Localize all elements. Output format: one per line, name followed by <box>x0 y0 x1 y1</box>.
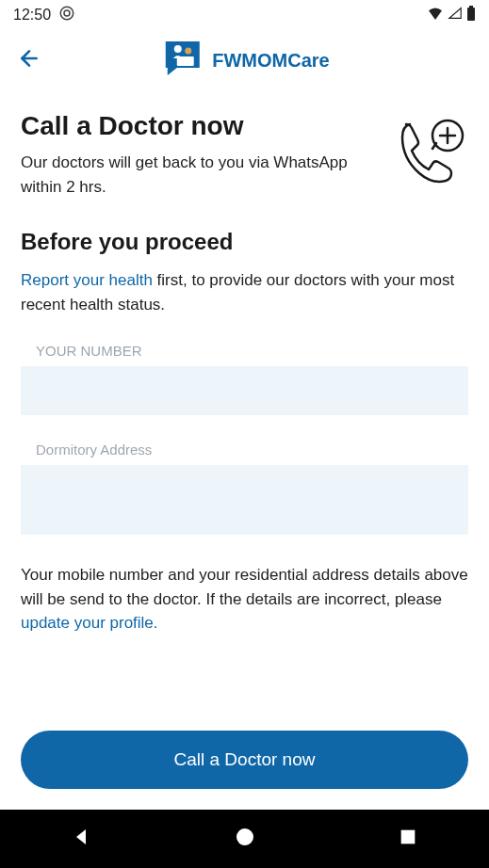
wifi-icon <box>427 7 444 24</box>
page-title: Call a Doctor now <box>21 111 360 141</box>
nav-home-icon[interactable] <box>234 826 256 852</box>
svg-point-0 <box>60 7 73 20</box>
svg-rect-9 <box>401 830 416 844</box>
signal-icon <box>448 7 463 24</box>
app-logo-icon <box>159 36 204 85</box>
address-label: Dormitory Address <box>21 442 468 458</box>
svg-point-6 <box>185 48 191 55</box>
main-content: Call a Doctor now Our doctors will get b… <box>0 90 489 731</box>
before-proceed-heading: Before you proceed <box>21 229 468 255</box>
svg-point-1 <box>64 10 70 16</box>
battery-icon <box>466 6 476 24</box>
info-text: Your mobile number and your residential … <box>21 563 468 635</box>
nav-back-icon[interactable] <box>71 826 93 852</box>
app-title: FWMOMCare <box>212 50 329 72</box>
system-nav-bar <box>0 810 489 868</box>
address-input[interactable] <box>21 465 468 535</box>
page-subtitle: Our doctors will get back to you via Wha… <box>21 151 360 199</box>
number-label: YOUR NUMBER <box>21 343 468 359</box>
update-profile-link[interactable]: update your profile. <box>21 614 158 632</box>
number-input[interactable] <box>21 366 468 415</box>
status-time: 12:50 <box>13 7 51 24</box>
svg-point-5 <box>173 45 181 53</box>
svg-rect-3 <box>467 8 475 21</box>
call-doctor-button[interactable]: Call a Doctor now <box>21 731 468 789</box>
proceed-text: Report your health first, to provide our… <box>21 268 468 316</box>
info-text-before: Your mobile number and your residential … <box>21 566 468 608</box>
svg-rect-2 <box>469 6 473 8</box>
report-health-link[interactable]: Report your health <box>21 271 153 289</box>
svg-point-8 <box>236 828 253 845</box>
phone-medical-icon <box>393 115 468 194</box>
do-not-disturb-icon <box>58 5 75 25</box>
status-bar: 12:50 <box>0 0 489 30</box>
back-button[interactable] <box>17 46 41 74</box>
app-header: FWMOMCare <box>0 30 489 90</box>
nav-recent-icon[interactable] <box>398 827 418 851</box>
